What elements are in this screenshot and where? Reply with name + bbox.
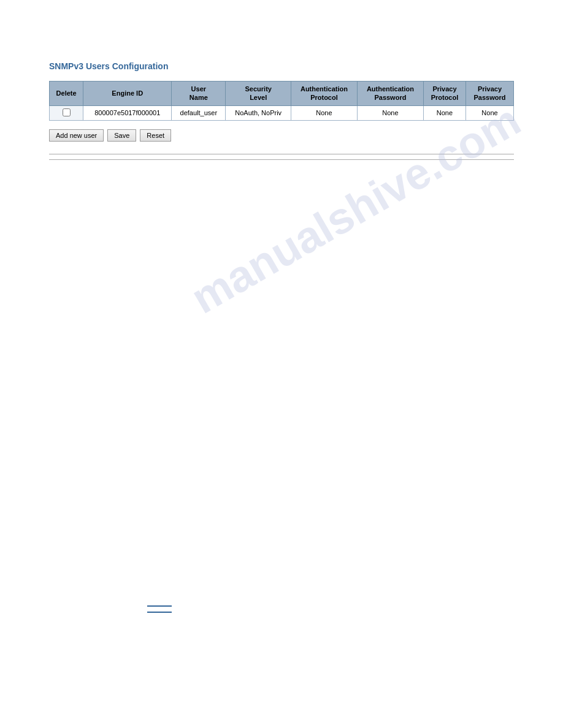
bottom-line-1 [147, 605, 172, 607]
col-header-auth-password: AuthenticationPassword [357, 82, 423, 106]
auth-protocol-cell: None [291, 105, 357, 120]
security-level-cell: NoAuth, NoPriv [226, 105, 291, 120]
privacy-protocol-cell: None [423, 105, 465, 120]
col-header-user-name: UserName [172, 82, 226, 106]
col-header-delete: Delete [50, 82, 83, 106]
page-content: SNMPv3 Users Configuration Delete Engine… [0, 0, 563, 184]
bottom-line-2 [147, 612, 172, 613]
page-title: SNMPv3 Users Configuration [49, 61, 514, 71]
col-header-engine-id: Engine ID [83, 82, 172, 106]
reset-button[interactable]: Reset [140, 129, 171, 142]
save-button[interactable]: Save [107, 129, 136, 142]
divider-1 [49, 154, 514, 154]
divider-2 [49, 159, 514, 160]
button-row: Add new user Save Reset [49, 129, 514, 142]
delete-checkbox[interactable] [63, 108, 71, 116]
col-header-privacy-password: PrivacyPassword [466, 82, 514, 106]
table-row: 800007e5017f000001default_userNoAuth, No… [50, 105, 514, 120]
bottom-lines [147, 605, 172, 618]
add-new-user-button[interactable]: Add new user [49, 129, 104, 142]
col-header-security-level: SecurityLevel [226, 82, 291, 106]
col-header-auth-protocol: AuthenticationProtocol [291, 82, 357, 106]
auth-password-cell: None [357, 105, 423, 120]
delete-cell [50, 105, 83, 120]
engine-id-cell: 800007e5017f000001 [83, 105, 172, 120]
config-table: Delete Engine ID UserName SecurityLevel … [49, 81, 514, 121]
user-name-cell: default_user [172, 105, 226, 120]
col-header-privacy-protocol: PrivacyProtocol [423, 82, 465, 106]
privacy-password-cell: None [466, 105, 514, 120]
